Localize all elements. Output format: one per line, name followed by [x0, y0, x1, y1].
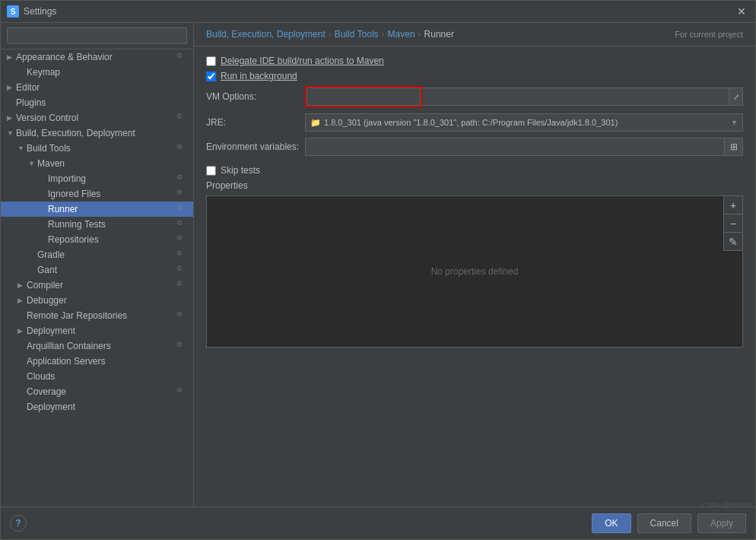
- tree-arrow: ▼: [28, 160, 37, 167]
- tree-item-badge: ⚙: [176, 234, 187, 245]
- sidebar-item-plugins[interactable]: Plugins: [1, 95, 193, 110]
- dialog-footer: ? OK Cancel Apply: [1, 507, 755, 539]
- jre-value-text: 1.8.0_301 (java version "1.8.0_301", pat…: [324, 118, 731, 127]
- sidebar-item-gradle[interactable]: Gradle⚙: [1, 247, 193, 262]
- sidebar-item-running-tests[interactable]: Running Tests⚙: [1, 217, 193, 232]
- jre-folder-icon: 📁: [310, 118, 321, 128]
- sidebar-item-remote-jar-repos[interactable]: Remote Jar Repositories⚙: [1, 308, 193, 323]
- ok-button[interactable]: OK: [592, 513, 631, 533]
- tree-arrow: ▶: [7, 84, 16, 91]
- tree-item-badge: ⚙: [176, 265, 187, 275]
- add-property-btn[interactable]: +: [724, 196, 742, 214]
- skip-tests-checkbox[interactable]: [206, 166, 216, 176]
- sidebar-item-repositories[interactable]: Repositories⚙: [1, 232, 193, 247]
- tree-arrow: ▼: [17, 145, 27, 152]
- breadcrumb-maven[interactable]: Maven: [388, 29, 415, 40]
- tree-item-badge: ⚙: [176, 113, 187, 123]
- env-vars-input[interactable]: [305, 138, 725, 156]
- env-vars-label: Environment variables:: [206, 141, 305, 152]
- jre-label: JRE:: [206, 117, 305, 128]
- tree-item-label: Importing: [48, 173, 173, 184]
- run-background-label-text: Run in background: [221, 71, 297, 81]
- sidebar-item-gant[interactable]: Gant⚙: [1, 262, 193, 278]
- run-background-checkbox[interactable]: [206, 71, 216, 81]
- search-box: [1, 23, 193, 49]
- tree-arrow: ▶: [17, 327, 27, 335]
- sidebar-item-editor[interactable]: ▶Editor: [1, 80, 193, 95]
- tree-arrow: ▶: [7, 53, 16, 61]
- main-content: Delegate IDE build/run actions to Maven …: [194, 46, 755, 507]
- tree-item-label: Build, Execution, Deployment: [16, 128, 187, 138]
- sidebar-item-clouds[interactable]: Clouds: [1, 369, 193, 384]
- tree-item-label: Application Servers: [27, 356, 187, 367]
- properties-section: Properties No properties defined + − ✎: [206, 180, 743, 348]
- help-button[interactable]: ?: [10, 515, 27, 532]
- dialog-body: ▶Appearance & Behavior⚙Keymap▶EditorPlug…: [1, 23, 755, 507]
- sidebar-item-coverage[interactable]: Coverage⚙: [1, 384, 193, 399]
- sidebar-item-importing[interactable]: Importing⚙: [1, 171, 193, 186]
- sidebar-item-appearance[interactable]: ▶Appearance & Behavior⚙: [1, 49, 193, 65]
- tree-arrow: ▶: [17, 297, 27, 304]
- jre-select[interactable]: 📁 1.8.0_301 (java version "1.8.0_301", p…: [305, 113, 743, 132]
- remove-property-btn[interactable]: −: [724, 214, 742, 233]
- tree-item-label: Compiler: [27, 280, 173, 291]
- properties-section-label: Properties: [206, 180, 743, 191]
- tree-item-label: Ignored Files: [48, 189, 173, 199]
- properties-toolbar: + − ✎: [723, 196, 742, 251]
- sidebar-item-app-servers[interactable]: Application Servers: [1, 354, 193, 369]
- edit-property-btn[interactable]: ✎: [724, 233, 742, 251]
- search-input[interactable]: [7, 27, 187, 44]
- sidebar-item-deployment2[interactable]: Deployment: [1, 399, 193, 415]
- breadcrumb: Build, Execution, Deployment › Build Too…: [194, 23, 755, 46]
- breadcrumb-sep-3: ›: [418, 29, 421, 40]
- vm-options-row: VM Options: ⤢: [206, 86, 743, 107]
- tree-arrow: ▼: [7, 129, 16, 137]
- close-button[interactable]: ✕: [734, 5, 749, 17]
- sidebar-item-build-tools[interactable]: ▼Build Tools⚙: [1, 141, 193, 156]
- vm-options-expand-btn[interactable]: ⤢: [729, 87, 743, 106]
- delegate-label[interactable]: Delegate IDE build/run actions to Maven: [221, 56, 384, 66]
- run-background-label[interactable]: Run in background: [221, 71, 297, 81]
- tree-item-badge: ⚙: [176, 189, 187, 199]
- tree-item-label: Remote Jar Repositories: [27, 310, 173, 321]
- sidebar-item-deployment[interactable]: ▶Deployment: [1, 323, 193, 338]
- tree-item-badge: ⚙: [176, 173, 187, 184]
- tree-item-badge: ⚙: [176, 386, 187, 397]
- breadcrumb-buildtools[interactable]: Build Tools: [335, 29, 379, 40]
- tree-item-label: Clouds: [27, 371, 187, 382]
- content-area: Build, Execution, Deployment › Build Too…: [194, 23, 755, 507]
- vm-options-rest: [422, 87, 729, 106]
- vm-options-highlight: [305, 86, 422, 107]
- sidebar-item-keymap[interactable]: Keymap: [1, 65, 193, 80]
- sidebar: ▶Appearance & Behavior⚙Keymap▶EditorPlug…: [1, 23, 194, 507]
- sidebar-tree: ▶Appearance & Behavior⚙Keymap▶EditorPlug…: [1, 49, 193, 507]
- run-background-row: Run in background: [206, 71, 743, 81]
- apply-button[interactable]: Apply: [697, 513, 746, 533]
- cancel-button[interactable]: Cancel: [637, 513, 691, 533]
- sidebar-item-runner[interactable]: Runner⚙: [1, 202, 193, 217]
- breadcrumb-sep-1: ›: [329, 29, 332, 40]
- tree-item-badge: ⚙: [176, 219, 187, 230]
- tree-item-badge: ⚙: [176, 280, 187, 291]
- breadcrumb-build[interactable]: Build, Execution, Deployment: [206, 29, 326, 40]
- env-vars-row: Environment variables: ⊞: [206, 138, 743, 156]
- delegate-checkbox[interactable]: [206, 56, 216, 66]
- skip-tests-label-text: Skip tests: [221, 165, 260, 176]
- tree-item-label: Arquillian Containers: [27, 341, 173, 351]
- sidebar-item-arquillian[interactable]: Arquillian Containers⚙: [1, 338, 193, 354]
- tree-item-label: Gant: [37, 265, 173, 275]
- sidebar-item-compiler[interactable]: ▶Compiler⚙: [1, 278, 193, 293]
- sidebar-item-debugger[interactable]: ▶Debugger: [1, 293, 193, 308]
- no-properties-text: No properties defined: [431, 266, 519, 277]
- tree-item-badge: ⚙: [176, 52, 187, 62]
- breadcrumb-path: Build, Execution, Deployment › Build Too…: [206, 29, 454, 40]
- jre-row: JRE: 📁 1.8.0_301 (java version "1.8.0_30…: [206, 113, 743, 132]
- vm-options-input[interactable]: [307, 87, 421, 106]
- sidebar-item-version-control[interactable]: ▶Version Control⚙: [1, 110, 193, 125]
- tree-item-label: Repositories: [48, 234, 173, 245]
- sidebar-item-maven[interactable]: ▼Maven: [1, 156, 193, 171]
- sidebar-item-ignored-files[interactable]: Ignored Files⚙: [1, 186, 193, 202]
- skip-tests-label[interactable]: Skip tests: [221, 165, 260, 176]
- sidebar-item-build-exec-deploy[interactable]: ▼Build, Execution, Deployment: [1, 125, 193, 141]
- env-vars-button[interactable]: ⊞: [725, 138, 743, 156]
